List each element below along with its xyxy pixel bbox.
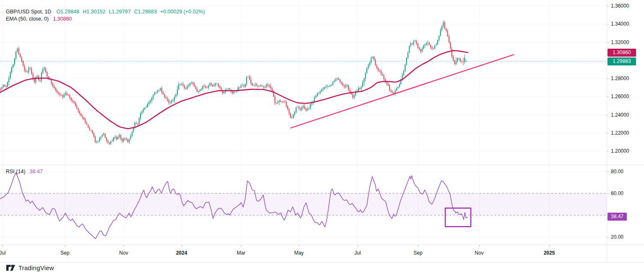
rsi-indicator-value: 38.47 (30, 169, 43, 174)
price-axis-label: 1.36000 (611, 3, 629, 9)
time-axis-label: Nov (475, 250, 483, 256)
time-tick-mark (241, 245, 242, 247)
rsi-axis-label: 60.00 (611, 190, 623, 196)
time-axis-label: Jul (0, 250, 6, 256)
time-tick-mark (3, 245, 3, 247)
time-axis-label: Sep (413, 250, 422, 256)
ema-indicator-label: EMA (50, close, 0) (6, 16, 49, 22)
axis-tick-mark (607, 193, 609, 194)
axis-tick-mark (607, 78, 609, 79)
time-axis-label: Mar (237, 250, 246, 256)
time-tick-mark (299, 245, 299, 247)
time-tick-mark (549, 245, 550, 247)
rsi-pane-chart[interactable] (0, 165, 607, 245)
rsi-band-fill (0, 193, 607, 215)
tradingview-logo-icon (6, 264, 16, 271)
ema-indicator-value: 1.30860 (53, 16, 72, 22)
time-axis-label: Jul (354, 250, 361, 256)
axis-tick-mark (607, 24, 609, 24)
price-axis-label: 1.34000 (611, 21, 629, 27)
time-tick-mark (182, 245, 182, 247)
ema-legend-row[interactable]: EMA (50, close, 0)1.30860 (6, 16, 208, 23)
axis-tick-mark (607, 6, 609, 6)
price-axis-label: 1.20000 (611, 148, 629, 154)
price-gridlines (0, 0, 607, 165)
tradingview-attribution[interactable]: TradingView (6, 264, 54, 271)
price-axis-label: 1.22000 (611, 130, 629, 136)
time-axis-label: 2024 (176, 250, 187, 256)
axis-tick-mark (607, 133, 609, 133)
axis-tick-mark (607, 151, 609, 151)
ema-price-badge: 1.30860 (608, 49, 636, 57)
rsi-axis-label: 20.00 (611, 234, 623, 240)
axis-tick-mark (607, 237, 609, 237)
time-tick-mark (358, 245, 358, 247)
time-tick-mark (124, 245, 124, 247)
price-scale-separator (607, 0, 607, 262)
candlestick-series (0, 20, 466, 145)
rsi-legend-row[interactable]: RSI (14)38.47 (6, 169, 43, 174)
price-axis-label: 1.32000 (611, 39, 629, 45)
time-axis-separator (0, 245, 644, 245)
price-axis-scale[interactable]: 1.30860 1.29883 38.47 1.360001.340001.32… (607, 0, 644, 262)
time-axis-scale[interactable]: JulSepNov2024MarMayJulSepNov2025 (0, 245, 607, 262)
axis-tick-mark (607, 172, 609, 172)
rsi-axis-label: 80.00 (611, 169, 623, 174)
time-axis-label: Nov (119, 250, 128, 256)
rsi-value-badge: 38.47 (608, 213, 627, 221)
price-axis-label: 1.24000 (611, 112, 629, 118)
price-axis-label: 1.28000 (611, 76, 629, 81)
tradingview-chart-window: GBP/USD Spot, 1DO1.29848H1.30152L1.29797… (0, 0, 644, 276)
change-value: +0.00029 (+0.02%) (160, 9, 205, 15)
time-axis-label: May (294, 250, 304, 256)
ohlc-low: L1.29797 (109, 9, 131, 15)
last-price-badge: 1.29883 (608, 57, 636, 65)
pane-separator[interactable] (0, 165, 644, 165)
time-axis-label: 2025 (544, 250, 555, 256)
time-tick-mark (479, 245, 480, 247)
symbol-title: GBP/USD Spot, 1D (6, 9, 51, 15)
axis-tick-mark (607, 42, 609, 43)
chart-legend: GBP/USD Spot, 1DO1.29848H1.30152L1.29797… (6, 8, 208, 23)
footer-separator (0, 262, 644, 263)
tradingview-brand-text: TradingView (18, 264, 54, 271)
price-axis-label: 1.26000 (611, 94, 629, 99)
ohlc-high: H1.30152 (83, 9, 105, 15)
axis-tick-mark (607, 96, 609, 97)
symbol-legend-row[interactable]: GBP/USD Spot, 1DO1.29848H1.30152L1.29797… (6, 8, 208, 16)
time-tick-mark (418, 245, 418, 247)
ohlc-close: C1.29883 (134, 9, 157, 15)
time-tick-mark (65, 245, 65, 247)
axis-tick-mark (607, 115, 609, 115)
rsi-indicator-label: RSI (14) (6, 169, 26, 174)
time-axis-label: Sep (60, 250, 69, 256)
price-pane-chart[interactable] (0, 0, 607, 165)
ema-50-line[interactable] (0, 51, 468, 129)
ohlc-open: O1.29848 (56, 9, 79, 15)
ascending-trendline[interactable] (291, 55, 514, 128)
